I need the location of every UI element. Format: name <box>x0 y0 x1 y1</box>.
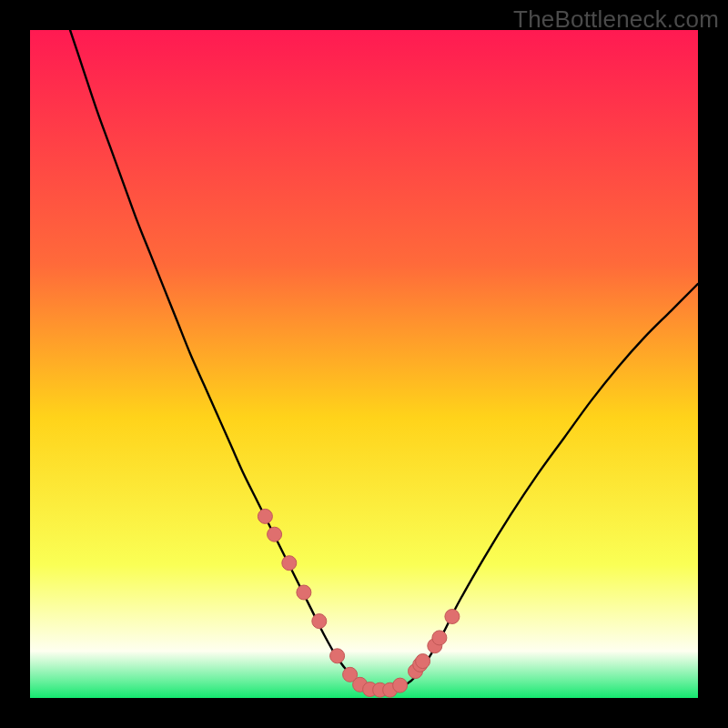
curve-marker <box>297 585 311 600</box>
gradient-background <box>30 30 698 698</box>
curve-marker <box>312 614 327 629</box>
curve-marker <box>330 649 345 663</box>
curve-marker <box>258 509 272 523</box>
curve-marker <box>432 631 447 645</box>
curve-marker <box>393 678 408 693</box>
plot-area <box>30 30 698 698</box>
curve-marker <box>268 527 282 541</box>
curve-marker <box>282 556 297 571</box>
curve-marker <box>445 610 460 624</box>
bottleneck-chart <box>30 30 698 698</box>
curve-marker <box>416 654 430 669</box>
chart-frame: TheBottleneck.com <box>0 0 728 728</box>
